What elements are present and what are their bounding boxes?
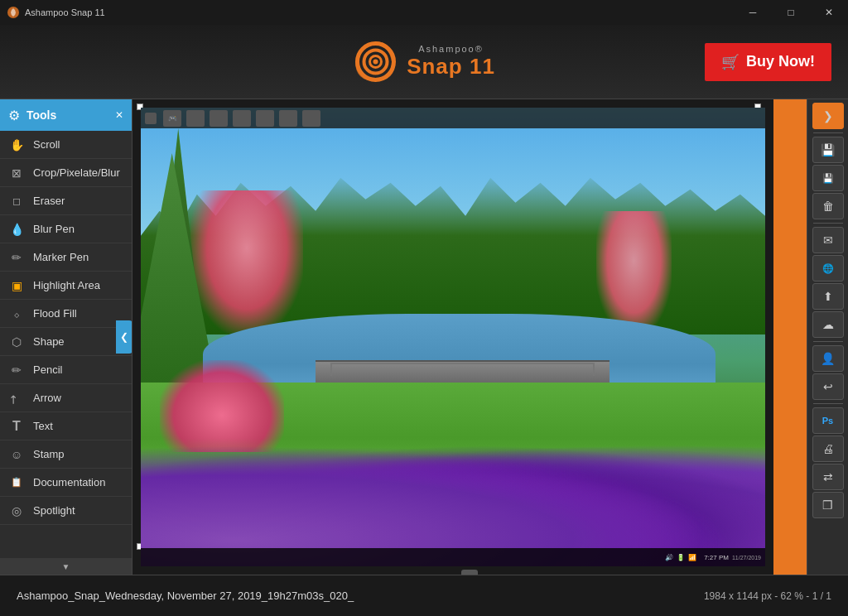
photoshop-icon: Ps	[822, 416, 833, 426]
save-button[interactable]: 💾	[812, 137, 844, 163]
left-toolbar: ⚙ Tools ✕ ✋ Scroll ⊠ Crop/Pixelate/Blur …	[0, 99, 132, 575]
svg-point-4	[373, 60, 378, 65]
window-controls: ─ □ ✕	[734, 0, 848, 25]
tool-shape[interactable]: ⬡ Shape	[0, 328, 132, 356]
tool-scroll[interactable]: ✋ Scroll	[0, 131, 132, 159]
tool-eraser-label: Eraser	[33, 195, 65, 207]
tool-arrow[interactable]: ↗ Arrow	[0, 384, 132, 412]
buy-now-label: Buy Now!	[746, 53, 815, 70]
email-button[interactable]: ✉	[812, 227, 844, 253]
arrow-icon: ↗	[5, 386, 28, 409]
right-toolbar: ❯ 💾 💾 🗑 ✉ 🌐 ⬆ ☁ 👤 ↩	[807, 99, 848, 575]
tool-text[interactable]: T Text	[0, 412, 132, 440]
save-icon: 💾	[821, 143, 835, 156]
header: Ashampoo® Snap 11 🛒 Buy Now!	[0, 25, 848, 99]
canvas-area[interactable]: 🎮	[132, 99, 807, 575]
logo-product: Snap 11	[407, 54, 495, 79]
logo-area: Ashampoo® Snap 11	[288, 39, 560, 84]
undo-button[interactable]: ↩	[812, 373, 844, 400]
tool-highlight-area[interactable]: ▣ Highlight Area	[0, 272, 132, 300]
spotlight-icon: ◎	[8, 503, 25, 519]
copy-paste-button[interactable]: ❒	[812, 492, 844, 518]
right-toolbar-separator-3	[813, 341, 843, 342]
right-toolbar-separator-2	[813, 223, 843, 224]
tool-spotlight-label: Spotlight	[33, 504, 75, 517]
cloud-button[interactable]: ☁	[812, 311, 844, 338]
tool-text-label: Text	[33, 420, 53, 432]
buy-now-button[interactable]: 🛒 Buy Now!	[705, 43, 831, 81]
delete-icon: 🗑	[822, 200, 834, 213]
share-button[interactable]: ⇄	[812, 464, 844, 490]
tool-spotlight[interactable]: ◎ Spotlight	[0, 497, 132, 525]
drag-handle[interactable]	[461, 570, 478, 575]
web-button[interactable]: 🌐	[812, 255, 844, 282]
app-icon	[7, 6, 20, 19]
save-as-button[interactable]: 💾	[812, 165, 844, 191]
tool-stamp[interactable]: ☺ Stamp	[0, 440, 132, 469]
upload-button[interactable]: ⬆	[812, 283, 844, 310]
main-area: ⚙ Tools ✕ ✋ Scroll ⊠ Crop/Pixelate/Blur …	[0, 99, 848, 575]
toolbar-collapse-button[interactable]: ❮	[116, 320, 132, 354]
print-button[interactable]: 🖨	[812, 436, 844, 462]
scroll-icon: ✋	[8, 137, 25, 153]
text-tool-icon: T	[8, 418, 25, 435]
tool-crop[interactable]: ⊠ Crop/Pixelate/Blur	[0, 159, 132, 187]
panel-toggle-icon: ❯	[823, 109, 833, 123]
toolbar-scroll-down[interactable]: ▼	[0, 558, 132, 575]
right-toolbar-separator-1	[813, 132, 843, 133]
stamp-icon: ☺	[8, 446, 25, 463]
person-button[interactable]: 👤	[812, 345, 844, 372]
pencil-icon: ✏	[8, 362, 25, 378]
cloud-icon: ☁	[822, 318, 834, 331]
status-bar: Ashampoo_Snap_Wednesday, November 27, 20…	[0, 575, 848, 616]
blur-pen-icon: 💧	[8, 221, 25, 238]
tool-flood-fill[interactable]: ⬦ Flood Fill	[0, 300, 132, 328]
logo-spiral-icon	[353, 39, 398, 84]
undo-icon: ↩	[823, 380, 833, 393]
screenshot-preview: 🎮	[141, 108, 765, 566]
eraser-icon: ◻	[8, 193, 25, 209]
delete-button[interactable]: 🗑	[812, 193, 844, 219]
marker-pen-icon: ✏	[8, 249, 25, 266]
share-icon: ⇄	[823, 470, 833, 484]
tool-crop-label: Crop/Pixelate/Blur	[33, 166, 120, 179]
tool-marker-pen-label: Marker Pen	[33, 251, 89, 263]
maximize-button[interactable]: □	[772, 0, 810, 25]
tool-marker-pen[interactable]: ✏ Marker Pen	[0, 243, 132, 272]
tool-stamp-label: Stamp	[33, 448, 65, 460]
minimize-button[interactable]: ─	[734, 0, 772, 25]
upload-icon: ⬆	[823, 290, 833, 303]
title-bar: Ashampoo Snap 11 ─ □ ✕	[0, 0, 848, 25]
tool-highlight-area-label: Highlight Area	[33, 279, 100, 291]
right-panel-indicator	[773, 99, 807, 575]
tool-blur-pen[interactable]: 💧 Blur Pen	[0, 215, 132, 243]
photoshop-button[interactable]: Ps	[812, 407, 844, 434]
highlight-area-icon: ▣	[8, 277, 25, 294]
tool-documentation[interactable]: 📋 Documentation	[0, 469, 132, 497]
shape-icon: ⬡	[8, 334, 25, 350]
flood-fill-icon: ⬦	[8, 306, 25, 322]
panel-toggle-button[interactable]: ❯	[812, 103, 844, 129]
logo-text-area: Ashampoo® Snap 11	[407, 44, 495, 79]
copy-paste-icon: ❒	[822, 498, 833, 512]
cart-icon: 🛒	[721, 53, 740, 71]
tools-icon: ⚙	[8, 108, 20, 123]
tool-pencil-label: Pencil	[33, 363, 62, 376]
logo-brand: Ashampoo®	[418, 44, 484, 54]
status-filename: Ashampoo_Snap_Wednesday, November 27, 20…	[17, 590, 354, 602]
tool-documentation-label: Documentation	[33, 476, 105, 488]
tools-label: Tools	[26, 108, 56, 122]
close-button[interactable]: ✕	[810, 0, 848, 25]
tool-eraser[interactable]: ◻ Eraser	[0, 187, 132, 215]
person-icon: 👤	[821, 352, 835, 365]
tool-arrow-label: Arrow	[33, 392, 61, 404]
documentation-icon: 📋	[8, 474, 25, 491]
title-text: Ashampoo Snap 11	[25, 7, 105, 17]
crop-icon: ⊠	[8, 165, 25, 181]
tool-flood-fill-label: Flood Fill	[33, 307, 77, 320]
tool-blur-pen-label: Blur Pen	[33, 223, 75, 235]
tools-header: ⚙ Tools ✕	[0, 99, 132, 131]
tool-pencil[interactable]: ✏ Pencil	[0, 356, 132, 384]
email-icon: ✉	[823, 233, 833, 247]
status-fileinfo: 1984 x 1144 px - 62 % - 1 / 1	[704, 590, 831, 602]
